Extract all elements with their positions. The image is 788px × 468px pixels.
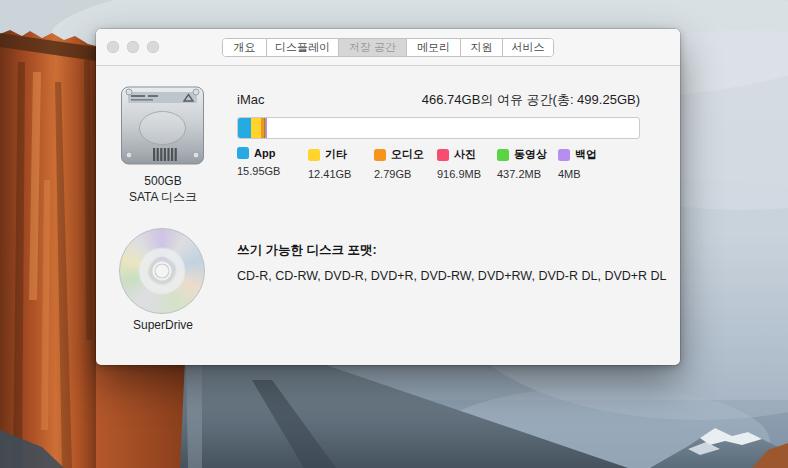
legend-label: App xyxy=(254,147,275,159)
legend-value: 4MB xyxy=(558,168,618,180)
tab-storage[interactable]: 저장 공간 xyxy=(339,39,407,56)
legend-value: 2.79GB xyxy=(374,168,437,180)
minimize-button[interactable] xyxy=(127,41,139,53)
writable-formats-title: 쓰기 가능한 디스크 포맷: xyxy=(237,242,377,259)
legend-value: 916.9MB xyxy=(437,168,497,180)
bar-segment-App xyxy=(238,118,251,138)
tab-overview[interactable]: 개요 xyxy=(223,39,267,56)
legend-label: 오디오 xyxy=(391,147,424,162)
legend-item-movies: 동영상 437.2MB xyxy=(497,147,558,180)
bar-segment-기타 xyxy=(251,118,261,138)
disc-center-hole xyxy=(155,264,170,279)
superdrive-name-label: SuperDrive xyxy=(96,318,230,334)
storage-bar xyxy=(237,117,640,139)
window-titlebar: 개요 디스플레이 저장 공간 메모리 지원 서비스 xyxy=(96,29,680,66)
storage-bar-segments xyxy=(238,118,266,138)
tab-bar: 개요 디스플레이 저장 공간 메모리 지원 서비스 xyxy=(222,38,554,57)
legend-label: 백업 xyxy=(575,147,597,162)
tab-service[interactable]: 서비스 xyxy=(503,39,553,56)
tab-memory[interactable]: 메모리 xyxy=(407,39,461,56)
device-row: iMac 466.74GB의 여유 공간(총: 499.25GB) xyxy=(237,91,640,109)
legend-label: 기타 xyxy=(325,147,347,162)
traffic-lights xyxy=(107,41,159,53)
legend-swatch-photos xyxy=(437,149,449,161)
close-button[interactable] xyxy=(107,41,119,53)
legend-swatch-audio xyxy=(374,149,386,161)
legend-item-backups: 백업 4MB xyxy=(558,147,618,180)
legend-value: 12.41GB xyxy=(308,168,374,180)
disk-name-label: 500GB SATA 디스크 xyxy=(96,174,230,205)
storage-legend: App 15.95GB 기타 12.41GB 오디오 2.79GB 사진 916… xyxy=(237,147,618,180)
legend-item-app: App 15.95GB xyxy=(237,147,308,180)
hard-disk-icon xyxy=(120,84,205,170)
superdrive-disc-icon xyxy=(119,228,205,314)
legend-item-audio: 오디오 2.79GB xyxy=(374,147,437,180)
legend-label: 사진 xyxy=(454,147,476,162)
zoom-button[interactable] xyxy=(147,41,159,53)
free-space-text: 466.74GB의 여유 공간(총: 499.25GB) xyxy=(422,91,640,109)
legend-item-photos: 사진 916.9MB xyxy=(437,147,497,180)
legend-swatch-app xyxy=(237,147,249,159)
legend-label: 동영상 xyxy=(514,147,547,162)
disk-type-text: SATA 디스크 xyxy=(96,190,230,206)
disk-size-text: 500GB xyxy=(96,174,230,190)
device-name: iMac xyxy=(237,92,264,107)
legend-value: 15.95GB xyxy=(237,165,308,177)
legend-item-other: 기타 12.41GB xyxy=(308,147,374,180)
writable-formats-list: CD-R, CD-RW, DVD-R, DVD+R, DVD-RW, DVD+R… xyxy=(237,269,667,283)
legend-swatch-backups xyxy=(558,149,570,161)
storage-pane: 500GB SATA 디스크 iMac 466.74GB의 여유 공간(총: 4… xyxy=(96,66,680,365)
tab-displays[interactable]: 디스플레이 xyxy=(267,39,339,56)
legend-value: 437.2MB xyxy=(497,168,558,180)
legend-swatch-movies xyxy=(497,149,509,161)
tab-support[interactable]: 지원 xyxy=(461,39,503,56)
legend-swatch-other xyxy=(308,149,320,161)
about-this-mac-window: 개요 디스플레이 저장 공간 메모리 지원 서비스 xyxy=(96,29,680,365)
